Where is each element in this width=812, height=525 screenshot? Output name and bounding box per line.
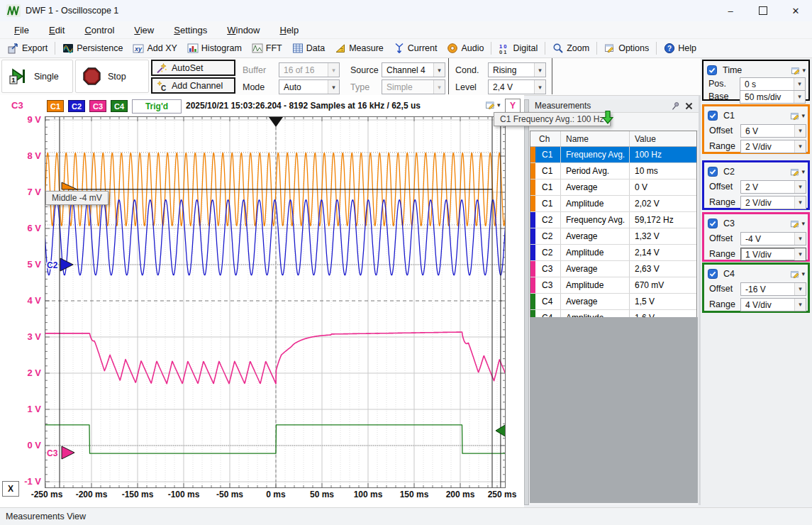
measurement-row[interactable]: C2Amplitude2,14 V (530, 245, 696, 261)
menu-control[interactable]: Control (74, 22, 124, 38)
single-button[interactable]: 1 Single (1, 60, 73, 93)
menu-edit[interactable]: Edit (39, 22, 74, 38)
dropdown-caret-icon[interactable]: ▾ (794, 283, 806, 295)
toolbar-measure[interactable]: Measure (330, 41, 389, 55)
c2-options-button[interactable]: ▾ (790, 167, 805, 177)
c1-range-select[interactable]: 2 V/div▾ (740, 140, 806, 153)
c2-offset-select[interactable]: 2 V▾ (740, 180, 806, 194)
toolbar-zoom[interactable]: Zoom (547, 41, 594, 55)
toolbar-add-xy[interactable]: xyAdd XY (128, 41, 182, 55)
c3-enable-checkbox[interactable] (708, 219, 718, 228)
time-options-button[interactable]: ▾ (791, 65, 806, 76)
c4-enable-checkbox[interactable] (708, 269, 718, 279)
plot-options-button[interactable]: ▾ (485, 99, 501, 111)
level-select[interactable]: 2,4 V▾ (488, 79, 546, 94)
source-select[interactable]: Channel 4▾ (382, 62, 445, 77)
dropdown-caret-icon[interactable]: ▾ (794, 140, 806, 153)
channel-chip-c4[interactable]: C4 (111, 100, 128, 112)
menu-window[interactable]: Window (217, 22, 269, 38)
c3-range-select[interactable]: 1 V/div▾ (740, 248, 806, 261)
toolbar-separator (596, 42, 597, 55)
scrollbar-strip[interactable] (524, 99, 529, 505)
measurement-row[interactable]: C1Frequency Avg.100 Hz (530, 147, 696, 163)
dropdown-caret-icon[interactable]: ▾ (794, 233, 806, 245)
toolbar-help[interactable]: ?Help (659, 41, 701, 55)
toolbar-data[interactable]: Data (287, 41, 330, 55)
toolbar-audio[interactable]: Audio (442, 41, 489, 55)
current-icon (394, 43, 405, 54)
x-axis-button[interactable]: X (2, 481, 19, 497)
add-channel-button[interactable]: C Add Channel (151, 77, 235, 94)
dropdown-caret-icon[interactable]: ▾ (794, 78, 805, 90)
minimize-button[interactable]: – (714, 0, 747, 21)
toolbar-separator (545, 42, 545, 55)
measurement-row[interactable]: C3Amplitude670 mV (530, 277, 696, 294)
dropdown-caret-icon[interactable]: ▾ (433, 63, 445, 77)
toolbar-export[interactable]: Export (3, 41, 52, 55)
dropdown-caret-icon[interactable]: ▾ (794, 181, 806, 193)
time-enable-checkbox[interactable] (707, 65, 717, 75)
measurement-row[interactable]: C1Average0 V (530, 179, 696, 196)
maximize-button[interactable] (747, 0, 779, 21)
dropdown-caret-icon[interactable]: ▾ (794, 299, 806, 311)
cond-select[interactable]: Rising▾ (488, 62, 546, 77)
menu-settings[interactable]: Settings (164, 22, 217, 38)
dropdown-caret-icon[interactable]: ▾ (328, 80, 339, 94)
c4-offset-select[interactable]: -16 V▾ (740, 282, 806, 296)
dropdown-caret-icon[interactable]: ▾ (794, 248, 806, 260)
close-icon[interactable] (684, 101, 694, 111)
toolbar-histogram[interactable]: Histogram (182, 41, 247, 55)
measurement-row[interactable]: C1Amplitude2,02 V (530, 196, 696, 212)
c2-enable-checkbox[interactable] (708, 167, 718, 177)
y-axis-button[interactable]: Y (505, 99, 521, 114)
channel-chip-c1[interactable]: C1 (47, 100, 64, 112)
dropdown-caret-icon[interactable]: ▾ (534, 80, 545, 94)
autoset-button[interactable]: AutoSet (151, 60, 235, 76)
toolbar-digital[interactable]: 1 00 1Digital (494, 41, 543, 55)
c2-range-select[interactable]: 2 V/div▾ (740, 196, 806, 209)
c4-range-select[interactable]: 4 V/div▾ (740, 298, 806, 311)
measurement-row[interactable]: C4Average1,5 V (530, 294, 696, 310)
chevron-down-icon: ▾ (801, 112, 805, 119)
type-select[interactable]: Simple▾ (382, 79, 445, 94)
measurement-row[interactable]: C2Frequency Avg.59,172 Hz (530, 212, 696, 228)
menu-help[interactable]: Help (269, 22, 308, 38)
c3-options-button[interactable]: ▾ (790, 219, 805, 229)
menu-view[interactable]: View (124, 22, 164, 38)
dropdown-caret-icon[interactable]: ▾ (794, 91, 805, 103)
c1-enable-checkbox[interactable] (708, 111, 718, 121)
channel-chip-c2[interactable]: C2 (68, 100, 85, 112)
dropdown-caret-icon[interactable]: ▾ (328, 63, 339, 77)
stop-button[interactable]: Stop (75, 60, 149, 93)
toolbar-fft[interactable]: FFT (247, 41, 287, 55)
channel-chip-c3[interactable]: C3 (89, 100, 106, 112)
toolbar-persistence[interactable]: Persistence (57, 41, 128, 55)
c1-options-button[interactable]: ▾ (790, 111, 805, 121)
titlebar: DWF 1 - Oscilloscope 1 – ✕ (0, 0, 812, 22)
dropdown-caret-icon[interactable]: ▾ (534, 63, 545, 77)
measurement-row[interactable]: C1Period Avg.10 ms (530, 163, 696, 179)
dropdown-caret-icon[interactable]: ▾ (433, 80, 445, 94)
svg-text:C: C (161, 84, 166, 92)
mode-select[interactable]: Auto▾ (279, 79, 340, 94)
time-base-select[interactable]: 50 ms/div▾ (740, 90, 806, 104)
c4-options-button[interactable]: ▾ (790, 269, 805, 280)
menu-file[interactable]: File (4, 22, 39, 38)
c1-offset-select[interactable]: 6 V▾ (740, 124, 806, 138)
pin-icon[interactable] (671, 101, 680, 111)
time-pos-select[interactable]: 0 s▾ (740, 77, 806, 91)
channel-color-strip (530, 196, 535, 211)
measurement-row[interactable]: C3Average2,63 V (530, 261, 696, 277)
waveform-plot[interactable]: C2C3 (45, 116, 506, 488)
close-button[interactable]: ✕ (779, 0, 812, 21)
measurement-row[interactable]: C2Average1,32 V (530, 228, 696, 245)
dropdown-caret-icon[interactable]: ▾ (794, 125, 806, 137)
trigger-status-badge: Trig'd (132, 99, 182, 114)
toolbar-current[interactable]: Current (389, 41, 443, 55)
c3-offset-select[interactable]: -4 V▾ (740, 232, 806, 245)
arrow-down-green-icon[interactable] (602, 110, 613, 125)
buffer-select[interactable]: 16 of 16▾ (279, 62, 340, 77)
dropdown-caret-icon[interactable]: ▾ (794, 197, 806, 209)
c3-row: Offset-4 V▾ (704, 231, 808, 246)
toolbar-options[interactable]: Options (599, 41, 654, 55)
